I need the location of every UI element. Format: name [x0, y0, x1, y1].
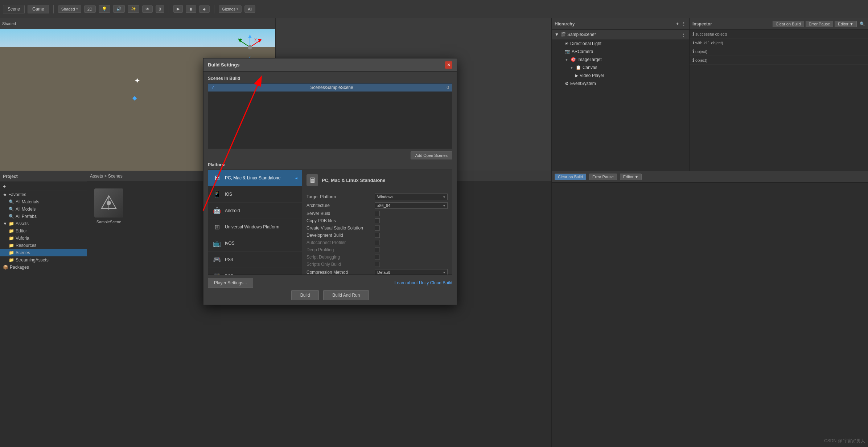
platform-item-uwp[interactable]: ⊞ Universal Windows Platform [208, 219, 302, 235]
ios-icon: 📱 [212, 189, 222, 199]
project-add-btn[interactable]: + [3, 183, 6, 189]
vuf-folder-icon: 📁 [9, 236, 14, 241]
light-button[interactable]: 💡 [99, 5, 110, 13]
target-platform-dropdown[interactable]: Windows ▾ [375, 194, 448, 200]
editor-bottom-btn[interactable]: Editor ▼ [620, 174, 642, 180]
project-packages[interactable]: 📦 Packages [0, 264, 87, 271]
hierarchy-item-eventsystem[interactable]: ⚙ EventSystem [552, 80, 689, 88]
pause-button[interactable]: ⏸ [186, 5, 196, 13]
hierarchy-item-directional-light[interactable]: ☀ Directional Light [552, 40, 689, 48]
dl-icon: ☀ [565, 41, 569, 46]
project-assets[interactable]: ▼ 📁 Assets [0, 220, 87, 227]
vs-solution-checkbox[interactable] [375, 225, 380, 231]
project-favorites[interactable]: ★ Favorites [0, 191, 87, 198]
log-text-2: with id 1 object) [695, 41, 723, 45]
unity-icon [94, 188, 123, 218]
vs-solution-label: Create Visual Studio Solution [307, 225, 372, 231]
2d-button[interactable]: 2D [84, 5, 96, 13]
project-editor[interactable]: 📁 Editor [0, 227, 87, 235]
script-debug-checkbox [375, 255, 380, 260]
android-icon: 🤖 [212, 206, 222, 216]
error-pause-bottom-btn[interactable]: Error Pause [589, 174, 617, 180]
log-icon-2: ℹ [692, 40, 694, 45]
hierarchy-item-imagetarget[interactable]: ▼ 🎯 ImageTarget [552, 56, 689, 64]
hierarchy-item-canvas[interactable]: ▼ 📋 Canvas [552, 64, 689, 72]
deep-profiling-checkbox [375, 247, 380, 252]
scene-file-icon: 🎬 [560, 32, 566, 37]
build-and-run-btn[interactable]: Build And Run [323, 290, 369, 300]
project-all-prefabs[interactable]: 🔍 All Prefabs [0, 213, 87, 220]
hierarchy-item-arcamera[interactable]: 📷 ARCamera [552, 48, 689, 56]
vp-label: Video Player [580, 73, 604, 78]
scene-tab[interactable]: Scene [3, 5, 25, 13]
project-scenes[interactable]: 📁 Scenes [0, 249, 87, 256]
build-buttons: Build Build And Run [208, 290, 452, 300]
asset-item-samplescene[interactable]: SampleScene [94, 188, 123, 224]
add-open-scenes-btn[interactable]: Add Open Scenes [411, 151, 452, 159]
log-icon-3: ℹ [692, 49, 694, 54]
scripts-only-label: Scripts Only Build [307, 262, 372, 267]
hidden-button[interactable]: 👁 [142, 5, 153, 13]
game-tab[interactable]: Game [28, 5, 49, 13]
copy-pdb-checkbox[interactable] [375, 218, 380, 223]
clear-on-build-btn[interactable]: Clear on Build [773, 21, 804, 27]
project-streaming-assets[interactable]: 📁 StreamingAssets [0, 256, 87, 264]
server-build-checkbox[interactable] [375, 211, 380, 216]
project-toolbar: + [0, 182, 87, 191]
platform-item-pc[interactable]: 🖥 PC, Mac & Linux Standalone ◄ [208, 170, 302, 186]
project-vuforia[interactable]: 📁 Vuforia [0, 235, 87, 242]
dialog-close-btn[interactable]: ✕ [445, 61, 452, 69]
dialog-titlebar: Build Settings ✕ [203, 58, 457, 72]
build-btn[interactable]: Build [291, 290, 319, 300]
clear-on-build-bottom-btn[interactable]: Clear on Build [555, 174, 586, 180]
ios-label: iOS [225, 192, 232, 197]
inspector-panel: Inspector Clear on Build Error Pause Edi… [689, 18, 868, 171]
hierarchy-menu-btn[interactable]: ⋮ [682, 21, 686, 27]
hierarchy-item-videoplayer[interactable]: ▶ Video Player [552, 72, 689, 80]
learn-link[interactable]: Learn about Unity Cloud Build [395, 280, 452, 285]
effects-button[interactable]: ✨ [128, 5, 139, 13]
platform-item-ios[interactable]: 📱 iOS [208, 186, 302, 203]
scene-menu-btn[interactable]: ⋮ [682, 32, 686, 37]
play-button[interactable]: ▶ [173, 5, 183, 13]
ps4-icon: 🎮 [212, 255, 222, 265]
tvos-label: tvOS [225, 241, 235, 246]
compression-dropdown[interactable]: Default ▾ [375, 269, 448, 275]
player-settings-btn[interactable]: Player Settings... [208, 278, 253, 288]
platform-item-tvos[interactable]: 📺 tvOS [208, 235, 302, 252]
audio-button[interactable]: 🔊 [113, 5, 125, 13]
target-platform-label: Target Platform [307, 194, 372, 199]
gizmos-button[interactable]: Gizmos ▾ [219, 5, 242, 13]
scene-root[interactable]: ▼ 🎬 SampleScene* ⋮ [552, 30, 689, 40]
scripts-only-checkbox [375, 262, 380, 267]
architecture-dropdown[interactable]: x86_64 ▾ [375, 202, 448, 209]
all-label: All [248, 7, 252, 11]
assets-arrow: ▼ [3, 221, 7, 226]
hierarchy-add-btn[interactable]: + [676, 21, 679, 27]
project-resources[interactable]: 📁 Resources [0, 242, 87, 249]
settings-row-scripts-only: Scripts Only Build [307, 262, 448, 267]
settings-row-server-build: Server Build [307, 211, 448, 216]
pc-icon: 🖥 [212, 173, 222, 183]
scene-entry[interactable]: ✓ Scenes/SampleScene 0 [208, 84, 452, 92]
compression-value: Default [377, 270, 390, 275]
platform-item-ps5[interactable]: 🎮 PS5 [208, 268, 302, 275]
project-all-models[interactable]: 🔍 All Models [0, 206, 87, 213]
dialog-title: Build Settings [208, 62, 239, 68]
all-button[interactable]: All [244, 5, 255, 13]
ps5-icon: 🎮 [212, 271, 222, 275]
footer-row: Player Settings... Learn about Unity Clo… [208, 278, 452, 288]
error-pause-btn[interactable]: Error Pause [806, 21, 834, 27]
bottom-console-header: Clear on Build Error Pause Editor ▼ [552, 171, 868, 183]
platform-item-ps4[interactable]: 🎮 PS4 [208, 252, 302, 268]
vuf-label: Vuforia [16, 236, 29, 241]
hierarchy-header: Hierarchy + ⋮ [552, 18, 689, 30]
project-all-materials[interactable]: 🔍 All Materials [0, 198, 87, 206]
platform-item-android[interactable]: 🤖 Android [208, 203, 302, 219]
step-button[interactable]: ⏭ [199, 5, 210, 13]
dev-build-checkbox[interactable] [375, 233, 380, 238]
shading-dropdown[interactable]: Shaded ▾ [58, 5, 81, 13]
editor-dropdown-btn[interactable]: Editor ▼ [835, 21, 857, 27]
inspector-search-btn[interactable]: 🔍 [860, 21, 865, 27]
2d-label: 2D [87, 7, 92, 11]
